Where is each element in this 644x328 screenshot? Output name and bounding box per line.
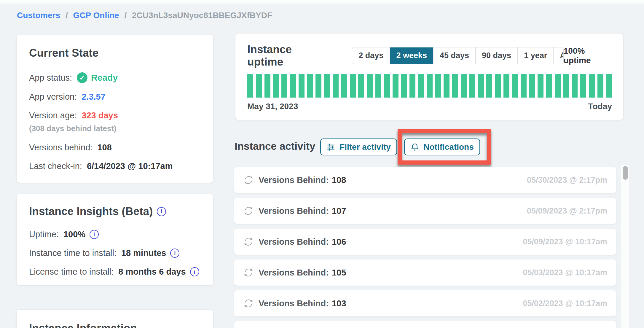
insights-info-icon[interactable]: i — [157, 207, 166, 216]
uptime-bar — [299, 74, 305, 98]
top-strip — [0, 0, 644, 4]
uptime-title: Instance uptime — [247, 43, 326, 68]
breadcrumb-customers-link[interactable]: Customers — [17, 11, 60, 20]
uptime-bar — [538, 74, 543, 98]
uptime-summary: 100% uptime — [564, 46, 611, 65]
uptime-bar — [367, 74, 373, 98]
breadcrumb: Customers / GCP Online / 2CU3nL3saUNyoc6… — [17, 11, 272, 20]
uptime-range-90-days[interactable]: 90 days — [475, 47, 517, 64]
current-state-title: Current State — [29, 47, 201, 59]
activity-row: Versions Behind: 108 05/30/2023 @ 2:17pm — [234, 167, 616, 193]
uptime-bar — [358, 74, 364, 98]
app-version-value[interactable]: 2.3.57 — [82, 92, 106, 102]
app-version-label: App version: — [29, 92, 77, 102]
uptime-row: Uptime: 100% i — [29, 230, 201, 239]
breadcrumb-separator: / — [63, 11, 71, 20]
instance-install-row: Instance time to install: 18 minutes i — [29, 248, 201, 258]
activity-row-label: Versions Behind: — [259, 175, 329, 185]
uptime-bar — [315, 74, 321, 98]
uptime-bar — [486, 74, 492, 98]
activity-row-timestamp: 05/02/2023 @ 10:17am — [523, 299, 607, 308]
instance-install-info-icon[interactable]: i — [170, 249, 179, 258]
app-status-value: Ready — [91, 73, 118, 83]
activity-scrollbar-thumb[interactable] — [623, 166, 628, 180]
instance-insights-title: Instance Insights (Beta) i — [29, 205, 201, 218]
instance-install-value: 18 minutes — [121, 248, 166, 258]
uptime-bar — [461, 74, 467, 98]
version-age-value: 323 days — [82, 111, 118, 120]
sync-icon — [243, 267, 254, 278]
version-age-label: Version age: — [29, 111, 77, 120]
uptime-bar — [290, 74, 296, 98]
instance-insights-card: Instance Insights (Beta) i Uptime: 100% … — [16, 194, 213, 286]
breadcrumb-separator: / — [121, 11, 130, 20]
app-status-row: App status: ✓ Ready — [29, 72, 201, 83]
uptime-bar — [503, 74, 509, 98]
filter-activity-button[interactable]: Filter activity — [320, 138, 397, 155]
uptime-header: Instance uptime 2 days2 weeks45 days90 d… — [247, 47, 611, 64]
uptime-bar — [529, 74, 535, 98]
sync-icon — [243, 206, 254, 216]
uptime-bar — [324, 74, 330, 98]
version-age-row: Version age: 323 days — [29, 111, 201, 120]
uptime-bar — [469, 74, 475, 98]
activity-row-value: 103 — [332, 299, 346, 308]
instance-activity-title: Instance activity — [235, 140, 315, 152]
last-checkin-value: 6/14/2023 @ 10:17am — [87, 161, 173, 171]
activity-scrollbar-track[interactable] — [621, 165, 630, 328]
uptime-range-2-weeks[interactable]: 2 weeks — [390, 47, 433, 64]
uptime-bar — [333, 74, 339, 98]
versions-behind-value: 108 — [97, 143, 111, 152]
activity-row-label: Versions Behind: — [259, 237, 329, 247]
uptime-range-2-days[interactable]: 2 days — [352, 47, 390, 64]
uptime-value: 100% — [63, 230, 85, 239]
activity-row: Versions Behind: 107 05/09/2023 @ 2:17pm — [234, 198, 616, 224]
uptime-label: Uptime: — [29, 230, 59, 239]
uptime-bar — [521, 74, 527, 98]
activity-row — [234, 321, 616, 328]
activity-row-value: 105 — [332, 268, 346, 278]
uptime-bar — [435, 74, 441, 98]
uptime-range-all[interactable]: All — [553, 47, 564, 64]
activity-row-value: 107 — [332, 206, 346, 216]
uptime-bar — [452, 74, 458, 98]
license-install-value: 8 months 6 days — [118, 267, 186, 277]
uptime-info-icon[interactable]: i — [90, 230, 99, 239]
instance-information-card: Instance Information — [16, 309, 213, 328]
uptime-bar — [572, 74, 578, 98]
uptime-bar — [478, 74, 484, 98]
uptime-range-45-days[interactable]: 45 days — [433, 47, 475, 64]
breadcrumb-gcp-online-link[interactable]: GCP Online — [73, 11, 119, 20]
uptime-bar — [273, 74, 279, 98]
uptime-bar — [427, 74, 433, 98]
uptime-bar — [546, 74, 552, 98]
uptime-bar — [512, 74, 518, 98]
license-install-info-icon[interactable]: i — [190, 267, 199, 276]
uptime-bar — [375, 74, 381, 98]
activity-row-label: Versions Behind: — [259, 299, 329, 308]
uptime-bar — [563, 74, 569, 98]
instance-information-title: Instance Information — [29, 322, 201, 328]
uptime-range-group: 2 days2 weeks45 days90 days1 yearAll — [352, 47, 563, 64]
current-state-card: Current State App status: ✓ Ready App ve… — [16, 35, 213, 183]
activity-row: Versions Behind: 103 05/02/2023 @ 10:17a… — [234, 290, 616, 316]
app-version-row: App version: 2.3.57 — [29, 92, 201, 102]
activity-row-label: Versions Behind: — [259, 268, 329, 278]
activity-row-timestamp: 05/09/2023 @ 2:17pm — [527, 206, 607, 216]
instance-insights-title-text: Instance Insights (Beta) — [29, 205, 153, 218]
activity-row: Versions Behind: 105 05/03/2023 @ 10:17a… — [234, 259, 616, 286]
uptime-bar — [247, 74, 253, 98]
notifications-label: Notifications — [423, 142, 474, 152]
last-checkin-row: Last check-in: 6/14/2023 @ 10:17am — [29, 161, 201, 171]
uptime-bar — [495, 74, 501, 98]
uptime-bar — [597, 74, 603, 98]
activity-row-label: Versions Behind: — [259, 206, 329, 216]
activity-row-timestamp: 05/09/2023 @ 10:17am — [523, 237, 607, 246]
license-install-row: License time to install: 8 months 6 days… — [29, 267, 201, 277]
uptime-range-1-year[interactable]: 1 year — [517, 47, 553, 64]
last-checkin-label: Last check-in: — [29, 161, 82, 171]
license-install-label: License time to install: — [29, 267, 114, 277]
status-ready-check-icon: ✓ — [77, 72, 87, 83]
notifications-button[interactable]: Notifications — [404, 138, 480, 155]
uptime-bar — [384, 74, 390, 98]
